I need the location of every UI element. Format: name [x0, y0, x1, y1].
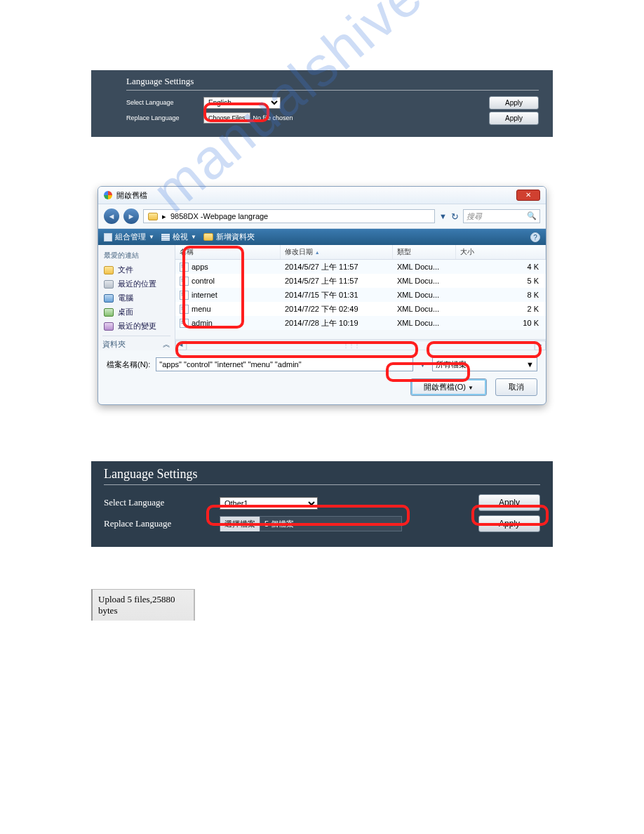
- folder-icon: [203, 233, 213, 241]
- replace-language-label: Replace Language: [104, 518, 220, 529]
- address-bar[interactable]: ▸ 9858DX -Webpage langrage: [143, 209, 435, 223]
- apply-button[interactable]: Apply: [489, 112, 539, 125]
- recent-icon: [104, 322, 114, 331]
- forward-button[interactable]: ►: [123, 208, 139, 224]
- new-folder-button[interactable]: 新增資料夾: [203, 232, 255, 242]
- language-settings-panel-large: Language Settings Select Language Other1…: [91, 461, 553, 547]
- sidebar-computer[interactable]: 電腦: [104, 293, 169, 303]
- filetype-select[interactable]: 所有檔案▼: [432, 357, 537, 371]
- no-file-text: No file chosen: [253, 114, 293, 121]
- upload-result-label: Upload 5 files,25880 bytes: [91, 589, 195, 621]
- column-headers[interactable]: 名稱 修改日期 ▲ 類型 大小: [175, 245, 546, 260]
- choose-files-button[interactable]: Choose Files: [203, 112, 250, 124]
- xml-file-icon: [180, 319, 189, 328]
- favorites-heading: 最愛的連結: [104, 251, 170, 260]
- col-date: 修改日期 ▲: [281, 245, 393, 259]
- xml-file-icon: [180, 291, 189, 300]
- horizontal-scrollbar[interactable]: ◄ ⋮⋮⋮ ►: [175, 339, 546, 350]
- file-row[interactable]: internet 2014/7/15 下午 01:31 XML Docu... …: [175, 288, 546, 302]
- computer-icon: [104, 294, 114, 303]
- sidebar-desktop[interactable]: 桌面: [104, 307, 169, 317]
- panel-title: Language Settings: [104, 467, 540, 482]
- apply-button[interactable]: Apply: [478, 515, 540, 532]
- sidebar: 最愛的連結 文件 最近的位置 電腦 桌面 最近的變更 資料夾 ︽: [98, 245, 175, 350]
- select-language-label: Select Language: [104, 497, 220, 508]
- places-icon: [104, 280, 114, 289]
- sidebar-documents[interactable]: 文件: [104, 265, 169, 275]
- search-input[interactable]: 搜尋 🔍: [463, 209, 540, 223]
- language-select[interactable]: Other1: [220, 497, 318, 510]
- select-language-label: Select Language: [105, 99, 203, 106]
- folders-heading[interactable]: 資料夾 ︽: [102, 336, 170, 350]
- xml-file-icon: [180, 277, 189, 286]
- search-icon: 🔍: [527, 211, 537, 220]
- organize-menu[interactable]: 組合管理▼: [104, 232, 154, 242]
- col-size: 大小: [456, 245, 546, 259]
- file-row[interactable]: apps 2014/5/27 上午 11:57 XML Docu... 4 K: [175, 260, 546, 274]
- file-row[interactable]: menu 2014/7/22 下午 02:49 XML Docu... 2 K: [175, 302, 546, 316]
- apply-button[interactable]: Apply: [478, 494, 540, 511]
- replace-language-label: Replace Language: [105, 114, 203, 121]
- file-open-dialog: 開啟舊檔 ✕ ◄ ► ▸ 9858DX -Webpage langrage ▼ …: [98, 186, 546, 405]
- cancel-button[interactable]: 取消: [495, 378, 537, 396]
- xml-file-icon: [180, 305, 189, 314]
- divider: [126, 90, 539, 91]
- chrome-icon: [104, 191, 112, 199]
- language-select[interactable]: English: [203, 97, 281, 109]
- path-text: 9858DX -Webpage langrage: [170, 212, 268, 220]
- view-menu[interactable]: 檢視▼: [161, 232, 196, 242]
- file-list-pane: 名稱 修改日期 ▲ 類型 大小 apps 2014/5/27 上午 11:57 …: [175, 245, 546, 350]
- back-button[interactable]: ◄: [104, 208, 119, 224]
- open-button[interactable]: 開啟舊檔(O) ▼: [410, 378, 487, 396]
- sidebar-recent-changes[interactable]: 最近的變更: [104, 321, 169, 331]
- col-name: 名稱: [175, 245, 281, 259]
- file-count-text: 5 個檔案: [260, 519, 298, 529]
- xml-file-icon: [180, 263, 189, 272]
- panel-title: Language Settings: [126, 76, 539, 87]
- desktop-icon: [104, 308, 114, 317]
- divider: [104, 484, 540, 485]
- dialog-title: 開啟舊檔: [116, 190, 516, 201]
- language-settings-panel-small: Language Settings Select Language Englis…: [91, 70, 553, 137]
- apply-button[interactable]: Apply: [489, 96, 539, 110]
- help-icon[interactable]: ?: [530, 232, 540, 242]
- file-row[interactable]: control 2014/5/27 上午 11:57 XML Docu... 5…: [175, 274, 546, 288]
- documents-icon: [104, 266, 114, 274]
- pick-file-button[interactable]: 選擇檔案: [220, 517, 260, 531]
- filename-input[interactable]: [156, 357, 413, 371]
- close-button[interactable]: ✕: [516, 190, 540, 201]
- file-row[interactable]: admin 2014/7/28 上午 10:19 XML Docu... 10 …: [175, 316, 546, 330]
- file-chooser[interactable]: 選擇檔案 5 個檔案: [220, 516, 402, 531]
- filename-label: 檔案名稱(N):: [107, 359, 150, 370]
- refresh-icon[interactable]: ↻: [451, 211, 459, 222]
- sidebar-recent-places[interactable]: 最近的位置: [104, 279, 169, 289]
- folder-icon: [148, 213, 158, 220]
- col-type: 類型: [393, 245, 456, 259]
